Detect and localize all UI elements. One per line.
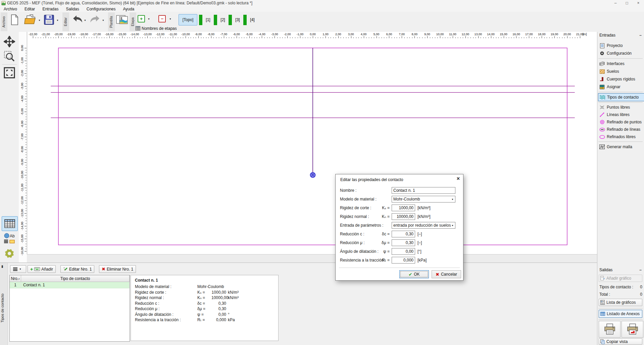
minimize-button[interactable]: – xyxy=(610,0,621,6)
add-stage-button[interactable]: + xyxy=(138,15,145,22)
graphics-list-icon xyxy=(600,300,605,305)
list-options-caret: ▼ xyxy=(19,268,21,270)
angulo-dilatacion-input[interactable] xyxy=(392,248,415,255)
main-toolbar: Archivo ▼ ▼ Editar ▼ ▼ Plantilla Etapa +… xyxy=(0,12,644,32)
print-view-button[interactable] xyxy=(622,321,643,338)
printer-view-icon xyxy=(627,323,639,335)
toolbar-group-etapa: Etapa xyxy=(130,12,136,31)
sidebar-item-tipos-de-contacto[interactable]: Tipos de contacto xyxy=(598,93,644,101)
stage-names-button[interactable]: Nombres de etapas xyxy=(136,25,177,31)
view-settings-button[interactable] xyxy=(2,246,17,261)
close-button[interactable]: × xyxy=(633,0,644,6)
table-row[interactable]: 1 Contact n. 1 xyxy=(10,282,130,288)
reduccion-c-input[interactable] xyxy=(392,231,415,237)
annex-list-button[interactable]: Listado de Anexos xyxy=(599,310,642,318)
print-document-button[interactable] xyxy=(599,321,621,338)
drawing-canvas[interactable]: -22,00-21,00-20,00-19,00-18,00-17,00-16,… xyxy=(27,32,597,254)
redo-dropdown[interactable]: ▼ xyxy=(102,19,104,21)
dialog-close-icon[interactable]: × xyxy=(457,176,460,182)
add-contact-button[interactable]: + Añadir xyxy=(28,265,56,273)
chevron-down-icon: ▼ xyxy=(451,224,454,227)
free-refinement-icon xyxy=(599,134,605,139)
sidebar-item-proyecto[interactable]: Proyecto xyxy=(598,42,644,49)
list-options-button[interactable]: ▼ xyxy=(10,265,26,273)
sidebar-item-cuerpos-rigidos[interactable]: Cuerpos rígidos xyxy=(598,75,644,83)
open-file-button[interactable] xyxy=(24,14,37,24)
ok-button[interactable]: ✔ OK xyxy=(399,270,429,278)
contact-detail-title: Contact n. 1 xyxy=(135,278,278,283)
resistencia-traccion-input[interactable] xyxy=(392,257,415,264)
edit-contact-button[interactable]: Editar Nro. 1 xyxy=(60,265,94,273)
nombre-input[interactable] xyxy=(392,187,455,194)
maximize-button[interactable]: □ xyxy=(621,0,633,6)
entradas-minimize-button[interactable]: – xyxy=(639,33,642,38)
add-graphic-button: Añadir gráfico xyxy=(599,275,642,282)
frame-side-tab[interactable]: ▮ Tipos de contacto xyxy=(0,263,8,345)
add-graphic-icon xyxy=(600,276,605,281)
graphics-list-button[interactable]: Lista de gráficos xyxy=(599,299,642,306)
undo-button[interactable] xyxy=(71,14,83,24)
redo-button[interactable] xyxy=(89,14,101,24)
remove-stage-button[interactable]: − xyxy=(158,15,166,22)
stage-tab-1[interactable]: [1] xyxy=(204,17,212,22)
entradas-panel-title: Entradas xyxy=(599,33,615,38)
menu-archivo[interactable]: Archivo xyxy=(0,7,21,11)
modelo-select[interactable]: Mohr-Coulomb ▼ xyxy=(392,196,455,203)
sidebar-item-lineas-libres[interactable]: Líneas libres xyxy=(598,111,644,118)
rigidez-normal-input[interactable] xyxy=(392,213,415,220)
soils-icon xyxy=(599,69,605,74)
stage-tabs: [Topo] [1] [2] [3] [4] xyxy=(179,14,256,26)
menu-salidas[interactable]: Salidas xyxy=(62,7,83,11)
menu-bar: Archivo Editar Entradas Salidas Configur… xyxy=(0,6,644,12)
new-file-button[interactable] xyxy=(10,14,19,25)
sidebar-item-refinados-libres[interactable]: Refinados libres xyxy=(598,133,644,140)
entrada-parametros-select[interactable]: entrada por reducción de suelos ▼ xyxy=(392,222,455,229)
sidebar-item-interfaces[interactable]: Interfaces xyxy=(598,60,644,67)
reduccion-mu-input[interactable] xyxy=(392,239,415,246)
sidebar-item-suelos[interactable]: Suelos xyxy=(598,68,644,75)
stage-tab-3[interactable]: [3] xyxy=(234,17,242,22)
sidebar-item-configuracion[interactable]: Configuración xyxy=(598,50,644,57)
add-stage-dropdown[interactable]: ▼ xyxy=(148,18,150,20)
sidebar-item-generar-malla[interactable]: Generar malla xyxy=(598,143,644,151)
remove-stage-dropdown[interactable]: ▼ xyxy=(169,18,171,20)
fit-to-window-icon xyxy=(4,67,15,78)
contact-types-table: Nro.▴ Tipo de contacto 1 Contact n. 1 xyxy=(9,275,130,342)
stage-tab-4[interactable]: [4] xyxy=(248,17,256,22)
pan-tool-button[interactable] xyxy=(2,35,17,49)
table-header-row[interactable]: Nro.▴ Tipo de contacto xyxy=(10,275,130,282)
sidebar-item-asignar[interactable]: Asignar xyxy=(598,83,644,91)
model-geometry xyxy=(27,32,597,254)
vertical-ruler: 0,00-1,00-2,00-3,00-4,00-5,00-6,00-7,00-… xyxy=(19,32,27,263)
template-image-button[interactable] xyxy=(116,14,128,25)
sidebar-item-refinado-de-lineas[interactable]: Refinado de líneas xyxy=(598,126,644,133)
open-file-dropdown[interactable]: ▼ xyxy=(38,19,41,21)
cancel-button[interactable]: ✖ Cancelar xyxy=(432,270,461,278)
annotation-style-button[interactable]: Ab xyxy=(2,231,17,245)
project-icon xyxy=(599,43,605,48)
delete-contact-button[interactable]: ✖ Eliminar Nro. 1 xyxy=(99,265,136,273)
menu-entradas[interactable]: Entradas xyxy=(39,7,62,11)
divider xyxy=(598,92,643,92)
zoom-select-tool-button[interactable] xyxy=(2,49,17,63)
stage-names-icon xyxy=(136,26,140,31)
stage-tab-topo[interactable]: [Topo] xyxy=(179,14,197,25)
window-title: GEO5 2025 - MEF (Túnel, Flujo de agua, C… xyxy=(7,1,252,5)
fit-view-button[interactable] xyxy=(2,66,17,80)
copy-view-button[interactable]: Copiar vista xyxy=(599,338,642,345)
sidebar-item-refinado-de-puntos[interactable]: Refinado de puntos xyxy=(598,118,644,126)
table-view-button[interactable] xyxy=(2,216,18,231)
stage-tab-2[interactable]: [2] xyxy=(219,17,227,22)
rigidez-corte-input[interactable] xyxy=(392,205,415,211)
save-dropdown[interactable]: ▼ xyxy=(56,19,59,21)
menu-configuraciones[interactable]: Configuraciones xyxy=(83,7,119,11)
undo-dropdown[interactable]: ▼ xyxy=(84,19,86,21)
menu-ayuda[interactable]: Ayuda xyxy=(119,7,138,11)
menu-editar[interactable]: Editar xyxy=(21,7,39,11)
salidas-minimize-button[interactable]: – xyxy=(639,268,642,272)
list-icon xyxy=(13,267,18,271)
horizontal-scrollbar[interactable] xyxy=(27,254,597,263)
sidebar-item-puntos-libres[interactable]: Puntos libres xyxy=(598,104,644,111)
field-nombre: Nombre : xyxy=(336,187,463,194)
save-button[interactable] xyxy=(44,14,54,25)
